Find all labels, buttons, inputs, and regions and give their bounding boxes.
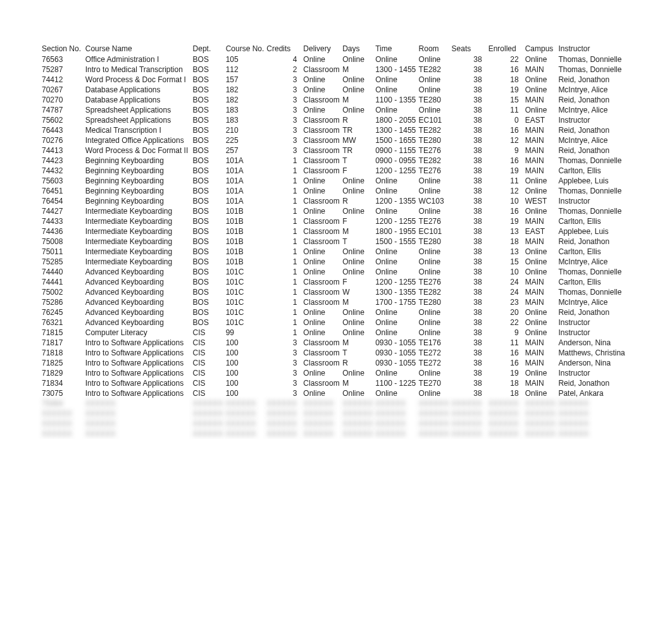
cell-name: Intro to Software Applications: [85, 358, 193, 368]
cell-instructor: Reid, Jonathon: [558, 75, 630, 85]
cell-enrolled: 10: [488, 267, 525, 277]
cell-section: 76245: [42, 307, 85, 317]
cell-course: 182: [226, 85, 267, 95]
cell-credits: 3: [266, 125, 303, 135]
cell-delivery: Classroom: [303, 237, 342, 247]
cell-name: Advanced Keyboarding: [85, 267, 193, 277]
cell-campus: MAIN: [525, 338, 559, 348]
cell-section: 74440: [42, 267, 85, 277]
cell-seats: XXXXXX: [452, 429, 488, 439]
cell-enrolled: 11: [488, 338, 525, 348]
cell-enrolled: 19: [488, 166, 525, 176]
table-row: 74441Advanced KeyboardingBOS101C1Classro…: [42, 277, 630, 287]
cell-instructor: Reid, Jonathon: [558, 378, 630, 388]
cell-enrolled: 18: [488, 378, 525, 388]
cell-seats: 38: [452, 166, 488, 176]
cell-delivery: XXXXXX: [303, 398, 342, 409]
cell-instructor: Thomas, Donnielle: [558, 267, 630, 277]
cell-instructor: Thomas, Donnielle: [558, 206, 630, 216]
cell-credits: 3: [266, 368, 303, 378]
cell-room: TE272: [419, 348, 452, 358]
cell-time: Online: [375, 267, 418, 277]
cell-seats: 38: [452, 328, 488, 338]
cell-room: TE272: [419, 358, 452, 368]
cell-days: Online: [342, 105, 375, 115]
cell-name: Advanced Keyboarding: [85, 307, 193, 317]
cell-course: 101C: [226, 297, 267, 307]
cell-delivery: XXXXXX: [303, 409, 342, 419]
cell-course: 101A: [226, 156, 267, 166]
cell-credits: 1: [266, 317, 303, 328]
cell-enrolled: 16: [488, 206, 525, 216]
cell-dept: BOS: [193, 145, 226, 156]
cell-course: 99: [226, 328, 267, 338]
cell-delivery: Online: [303, 85, 342, 95]
cell-time: 1500 - 1555: [375, 237, 418, 247]
cell-credits: 1: [266, 328, 303, 338]
cell-dept: BOS: [193, 125, 226, 135]
cell-time: 0900 - 1155: [375, 145, 418, 156]
cell-delivery: Classroom: [303, 226, 342, 237]
cell-instructor: Carlton, Ellis: [558, 166, 630, 176]
cell-delivery: Classroom: [303, 166, 342, 176]
cell-credits: 1: [266, 247, 303, 257]
cell-days: Online: [342, 267, 375, 277]
cell-course: 101A: [226, 186, 267, 196]
table-row: 74413Word Process & Doc Format IIBOS2573…: [42, 145, 630, 156]
cell-delivery: Online: [303, 307, 342, 317]
cell-credits: 3: [266, 338, 303, 348]
cell-room: XXXXXX: [419, 409, 452, 419]
cell-credits: 1: [266, 237, 303, 247]
cell-course: XXXXXX: [226, 419, 267, 429]
cell-room: Online: [419, 368, 452, 378]
cell-campus: MAIN: [525, 95, 559, 105]
cell-dept: BOS: [193, 206, 226, 216]
cell-dept: BOS: [193, 237, 226, 247]
cell-name: Database Applications: [85, 95, 193, 105]
cell-time: 1300 - 1455: [375, 65, 418, 75]
cell-time: XXXXXX: [375, 429, 418, 439]
cell-enrolled: 18: [488, 388, 525, 398]
cell-section: XXXXXX: [42, 429, 85, 439]
cell-enrolled: 18: [488, 237, 525, 247]
cell-campus: Online: [525, 257, 559, 267]
cell-days: MW: [342, 135, 375, 145]
cell-name: Intro to Software Applications: [85, 348, 193, 358]
cell-delivery: Classroom: [303, 115, 342, 125]
col-header-seats: Seats: [452, 44, 488, 54]
table-row: 70276Integrated Office ApplicationsBOS22…: [42, 135, 630, 145]
cell-name: XXXXXX: [85, 409, 193, 419]
cell-name: Spreadsheet Applications: [85, 105, 193, 115]
cell-room: Online: [419, 328, 452, 338]
cell-name: XXXXXX: [85, 398, 193, 409]
cell-section: 74427: [42, 206, 85, 216]
cell-seats: 38: [452, 145, 488, 156]
cell-instructor: Carlton, Ellis: [558, 216, 630, 226]
table-row: 75285Intermediate KeyboardingBOS101B1Onl…: [42, 257, 630, 267]
cell-credits: 1: [266, 307, 303, 317]
cell-seats: 38: [452, 257, 488, 267]
cell-room: TE280: [419, 297, 452, 307]
cell-instructor: Reid, Jonathon: [558, 237, 630, 247]
cell-days: XXXXXX: [342, 409, 375, 419]
cell-delivery: Classroom: [303, 135, 342, 145]
cell-days: Online: [342, 186, 375, 196]
cell-dept: BOS: [193, 216, 226, 226]
cell-time: Online: [375, 368, 418, 378]
cell-days: TR: [342, 125, 375, 135]
cell-dept: CIS: [193, 328, 226, 338]
cell-room: XXXXXX: [419, 419, 452, 429]
cell-time: Online: [375, 247, 418, 257]
cell-time: 1700 - 1755: [375, 297, 418, 307]
cell-time: 0930 - 1055: [375, 358, 418, 368]
cell-seats: 38: [452, 65, 488, 75]
cell-seats: 38: [452, 186, 488, 196]
cell-course: XXXXXX: [226, 409, 267, 419]
cell-days: R: [342, 115, 375, 125]
cell-course: 100: [226, 348, 267, 358]
cell-credits: 3: [266, 348, 303, 358]
cell-room: Online: [419, 176, 452, 186]
cell-room: TE282: [419, 65, 452, 75]
cell-time: 0930 - 1055: [375, 338, 418, 348]
cell-seats: 38: [452, 85, 488, 95]
